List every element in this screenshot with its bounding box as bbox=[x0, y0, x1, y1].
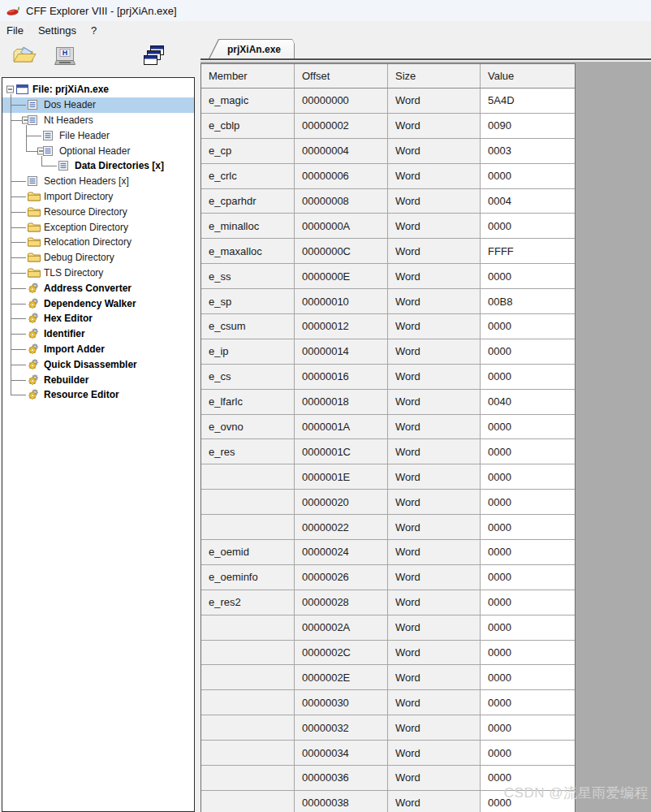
table-cell bbox=[201, 464, 295, 490]
table-row: e_ip00000014Word0000 bbox=[201, 339, 575, 365]
table-cell: 00000026 bbox=[295, 565, 388, 590]
value-cell[interactable]: 0000 bbox=[481, 439, 575, 464]
tree-item[interactable]: File: prjXiAn.exe bbox=[2, 82, 194, 97]
tree-connector bbox=[11, 349, 27, 350]
folder-icon bbox=[28, 191, 41, 201]
table-cell: Word bbox=[388, 264, 481, 289]
tree-item[interactable]: TLS Directory bbox=[2, 266, 194, 281]
table-cell: Word bbox=[388, 590, 481, 615]
value-cell[interactable]: 0040 bbox=[481, 390, 575, 415]
value-cell[interactable]: 0000 bbox=[481, 715, 575, 741]
table-cell: e_crlc bbox=[201, 164, 295, 189]
value-cell[interactable]: 0000 bbox=[481, 365, 575, 390]
value-cell[interactable]: 0000 bbox=[481, 515, 575, 540]
value-cell[interactable]: 0000 bbox=[481, 766, 575, 791]
tree-item[interactable]: Exception Directory bbox=[2, 219, 194, 235]
value-cell[interactable]: 0000 bbox=[481, 214, 575, 239]
table-cell: 00000014 bbox=[295, 339, 388, 365]
menu-settings[interactable]: Settings bbox=[31, 23, 84, 38]
tree-item[interactable]: Hex Editor bbox=[2, 311, 194, 326]
table-cell: Word bbox=[388, 715, 481, 741]
tree-item[interactable]: Debug Directory bbox=[2, 250, 194, 266]
table-cell: 0000002A bbox=[295, 615, 388, 641]
table-cell: Word bbox=[388, 615, 481, 641]
tree-item[interactable]: File Header bbox=[2, 127, 194, 143]
tree-item-label: Dependency Walker bbox=[44, 298, 136, 309]
tree-item[interactable]: Resource Editor bbox=[2, 387, 194, 403]
table-cell: 0000002C bbox=[295, 641, 388, 666]
menu-file[interactable]: File bbox=[6, 23, 31, 38]
value-cell[interactable]: 0000 bbox=[481, 665, 575, 690]
value-cell[interactable]: 0000 bbox=[481, 615, 575, 641]
collapse-toggle-icon[interactable] bbox=[6, 86, 14, 93]
table-cell: Word bbox=[388, 164, 481, 189]
menu-help[interactable]: ? bbox=[84, 23, 104, 38]
value-cell[interactable]: 0000 bbox=[481, 690, 575, 715]
value-cell[interactable]: FFFF bbox=[481, 239, 575, 264]
tree-item[interactable]: Import Adder bbox=[2, 342, 194, 357]
tree-connector bbox=[41, 166, 58, 166]
tree-connector bbox=[11, 365, 27, 365]
tree-item[interactable]: Dependency Walker bbox=[2, 296, 194, 311]
value-cell[interactable]: 0003 bbox=[481, 139, 575, 164]
open-file-button[interactable] bbox=[10, 44, 39, 71]
value-cell[interactable]: 0000 bbox=[481, 415, 575, 440]
tree-item[interactable]: Section Headers [x] bbox=[2, 174, 194, 189]
table-cell: e_cs bbox=[201, 365, 295, 390]
tab-prjxian[interactable]: prjXiAn.exe bbox=[209, 39, 295, 58]
windows-button[interactable] bbox=[139, 44, 168, 71]
tree-item[interactable]: Import Directory bbox=[2, 189, 194, 205]
table-row: e_lfarlc00000018Word0040 bbox=[201, 390, 575, 415]
value-cell[interactable]: 0004 bbox=[481, 189, 575, 214]
tree-item[interactable]: Relocation Directory bbox=[2, 235, 194, 250]
table-row: e_res200000028Word0000 bbox=[201, 590, 575, 615]
table-cell: e_oeminfo bbox=[201, 565, 295, 590]
value-cell[interactable]: 0000 bbox=[481, 490, 575, 515]
value-cell[interactable]: 0000 bbox=[481, 164, 575, 189]
table-cell: 00000024 bbox=[295, 540, 388, 565]
value-cell[interactable]: 0090 bbox=[481, 114, 575, 139]
column-header-value: Value bbox=[481, 64, 575, 89]
table-cell: Word bbox=[388, 490, 481, 515]
table-cell: 0000001A bbox=[295, 415, 388, 440]
tree-item-label: Nt Headers bbox=[44, 114, 93, 126]
tree-item[interactable]: Quick Disassembler bbox=[2, 356, 194, 372]
table-row: 0000002AWord0000 bbox=[201, 615, 575, 641]
tree-item[interactable]: Dos Header bbox=[2, 97, 194, 113]
table-row: e_maxalloc0000000CWordFFFF bbox=[201, 239, 575, 264]
tree-connector bbox=[11, 94, 11, 395]
table-cell: 00000030 bbox=[295, 690, 388, 715]
value-cell[interactable]: 0000 bbox=[481, 641, 575, 666]
tree-item[interactable]: Address Converter bbox=[2, 280, 194, 296]
value-cell[interactable]: 0000 bbox=[481, 339, 575, 365]
value-cell[interactable]: 0000 bbox=[481, 590, 575, 615]
tree-item[interactable]: Nt Headers bbox=[2, 113, 194, 128]
table-row: 00000032Word0000 bbox=[201, 715, 575, 741]
value-cell[interactable]: 0000 bbox=[481, 264, 575, 289]
tree-connector bbox=[11, 257, 27, 258]
tree-item[interactable]: Resource Directory bbox=[2, 204, 194, 219]
value-cell[interactable]: 0000 bbox=[481, 314, 575, 339]
tree-item[interactable]: Data Directories [x] bbox=[2, 158, 194, 174]
value-cell[interactable]: 0000 bbox=[481, 540, 575, 565]
table-row: e_cblp00000002Word0090 bbox=[201, 114, 575, 139]
tree-item-label: Exception Directory bbox=[44, 222, 128, 233]
table-cell: Word bbox=[388, 464, 481, 490]
tree-item[interactable]: Rebuilder bbox=[2, 372, 194, 387]
value-cell[interactable]: 5A4D bbox=[481, 89, 575, 114]
tree-item[interactable]: Optional Header bbox=[2, 143, 194, 158]
save-file-button[interactable]: H bbox=[50, 44, 80, 71]
value-cell[interactable]: 00B8 bbox=[481, 289, 575, 314]
gear-icon bbox=[28, 298, 40, 309]
table-cell: Word bbox=[388, 741, 481, 766]
tab-bar: prjXiAn.exe bbox=[200, 41, 651, 60]
folder-icon bbox=[28, 206, 41, 217]
header-doc-icon bbox=[28, 176, 37, 186]
value-cell[interactable]: 0000 bbox=[481, 791, 575, 812]
value-cell[interactable]: 0000 bbox=[481, 741, 575, 766]
value-cell[interactable]: 0000 bbox=[481, 565, 575, 590]
tree-item[interactable]: Identifier bbox=[2, 326, 194, 342]
value-cell[interactable]: 0000 bbox=[481, 464, 575, 490]
table-cell bbox=[201, 715, 295, 741]
tree-connector bbox=[11, 288, 27, 289]
